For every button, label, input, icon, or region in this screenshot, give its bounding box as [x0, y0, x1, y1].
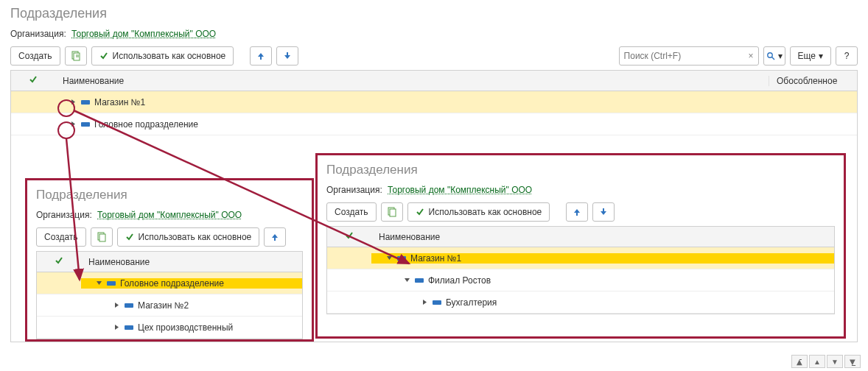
- check-icon: [99, 52, 108, 60]
- row-name-cell: Головное подразделение: [81, 278, 302, 289]
- more-label: Еще: [798, 51, 816, 61]
- arrow-up-icon: [270, 233, 279, 241]
- org-link[interactable]: Торговый дом "Комплексный" ООО: [71, 29, 216, 39]
- row-name-cell: Цех производственный: [81, 322, 302, 333]
- scroll-bottom-button[interactable]: ▼̲: [844, 355, 861, 368]
- create-button[interactable]: Создать: [326, 202, 377, 222]
- folder-icon: [125, 325, 133, 330]
- selection-header[interactable]: [37, 256, 81, 267]
- table-row[interactable]: Магазин №2: [37, 294, 302, 317]
- arrow-up-icon: [256, 52, 265, 60]
- search-input[interactable]: [620, 47, 744, 65]
- tree-toggle[interactable]: [70, 99, 77, 105]
- row-name-cell: Бухгалтерия: [371, 297, 834, 308]
- use-as-main-label: Использовать как основное: [429, 207, 542, 217]
- org-line: Организация: Торговый дом "Комплексный" …: [10, 29, 858, 39]
- create-button[interactable]: Создать: [10, 46, 60, 66]
- panel-a-title: Подразделения: [36, 188, 303, 202]
- name-header[interactable]: Наименование: [371, 232, 834, 242]
- copy-button[interactable]: [91, 227, 113, 247]
- svg-rect-5: [99, 234, 105, 241]
- panel-b-org-line: Организация: Торговый дом "Комплексный" …: [326, 185, 835, 195]
- row-label: Бухгалтерия: [446, 297, 497, 308]
- use-as-main-button[interactable]: Использовать как основное: [407, 202, 550, 222]
- name-header[interactable]: Наименование: [81, 257, 302, 267]
- table-row[interactable]: Цех производственный: [37, 317, 302, 339]
- move-up-button[interactable]: [250, 46, 272, 66]
- name-header[interactable]: Наименование: [55, 76, 769, 86]
- panel-a: Подразделения Организация: Торговый дом …: [25, 178, 314, 342]
- copy-button[interactable]: [65, 46, 87, 66]
- folder-icon: [107, 281, 116, 286]
- tree-toggle[interactable]: [70, 121, 77, 127]
- folder-icon: [81, 122, 90, 127]
- row-label: Магазин №2: [138, 300, 189, 311]
- row-label: Цех производственный: [138, 322, 233, 333]
- move-up-button[interactable]: [566, 202, 588, 222]
- copy-icon: [387, 207, 397, 217]
- arrow-down-icon: [599, 208, 608, 216]
- row-label: Головное подразделение: [120, 278, 224, 289]
- tree-toggle[interactable]: [386, 255, 393, 261]
- folder-icon: [125, 303, 133, 308]
- folder-icon: [397, 256, 406, 261]
- search-input-wrap[interactable]: ×: [619, 46, 759, 66]
- copy-button[interactable]: [381, 202, 403, 222]
- selection-header[interactable]: [327, 231, 371, 242]
- folder-icon: [81, 100, 90, 105]
- org-label: Организация:: [36, 210, 92, 220]
- table-row[interactable]: Головное подразделение: [11, 113, 857, 135]
- tree-toggle[interactable]: [96, 280, 102, 286]
- create-button[interactable]: Создать: [36, 227, 86, 247]
- svg-point-2: [767, 53, 771, 57]
- move-down-button[interactable]: [276, 46, 298, 66]
- org-link[interactable]: Торговый дом "Комплексный" ООО: [388, 185, 532, 195]
- move-down-button[interactable]: [592, 202, 615, 222]
- move-up-button[interactable]: [264, 227, 286, 247]
- panel-b-grid: Наименование Магазин №1Филиал РостовБухг…: [326, 226, 835, 314]
- search-icon: [766, 52, 775, 60]
- org-link[interactable]: Торговый дом "Комплексный" ООО: [97, 210, 242, 220]
- scroll-top-button[interactable]: ▲̄: [791, 355, 808, 368]
- copy-icon: [97, 232, 107, 242]
- scroll-controls: ▲̄ ▲ ▼ ▼̲: [791, 355, 861, 368]
- page-title: Подразделения: [10, 6, 858, 21]
- clear-search-icon[interactable]: ×: [744, 51, 758, 61]
- table-row[interactable]: Магазин №1: [11, 91, 857, 113]
- row-label: Магазин №1: [410, 253, 461, 264]
- org-label: Организация:: [326, 185, 382, 195]
- grid-header: Наименование: [327, 227, 834, 247]
- svg-line-3: [771, 57, 774, 60]
- row-label: Магазин №1: [94, 97, 145, 107]
- scroll-up-button[interactable]: ▲: [809, 355, 825, 368]
- flag-header[interactable]: Обособленное: [769, 76, 857, 86]
- search-options-button[interactable]: ▾: [763, 46, 785, 66]
- row-name-cell: Магазин №1: [371, 253, 834, 264]
- table-row[interactable]: Головное подразделение: [37, 272, 302, 294]
- use-as-main-button[interactable]: Использовать как основное: [117, 227, 260, 247]
- tree-toggle[interactable]: [404, 277, 410, 283]
- scroll-down-button[interactable]: ▼: [827, 355, 843, 368]
- table-row[interactable]: Бухгалтерия: [327, 292, 834, 314]
- panel-b-toolbar: Создать Использовать как основное: [326, 202, 835, 222]
- selection-header[interactable]: [11, 75, 55, 86]
- use-as-main-label: Использовать как основное: [113, 51, 226, 61]
- tree-toggle[interactable]: [113, 302, 120, 308]
- more-button[interactable]: Еще ▾: [790, 46, 831, 66]
- tree-toggle[interactable]: [421, 299, 428, 305]
- grid-header: Наименование Обособленное: [11, 71, 857, 91]
- table-row[interactable]: Филиал Ростов: [327, 269, 834, 292]
- check-icon: [125, 233, 134, 241]
- row-label: Головное подразделение: [94, 119, 198, 130]
- svg-rect-7: [390, 209, 396, 216]
- use-as-main-button[interactable]: Использовать как основное: [91, 46, 234, 66]
- tree-toggle[interactable]: [113, 324, 120, 331]
- grid-header: Наименование: [37, 252, 302, 272]
- table-row[interactable]: Магазин №1: [327, 247, 834, 269]
- row-label: Филиал Ростов: [428, 275, 491, 286]
- org-label: Организация:: [10, 29, 66, 39]
- arrow-down-icon: [283, 52, 292, 60]
- row-name-cell: Магазин №1: [55, 97, 769, 107]
- help-button[interactable]: ?: [836, 46, 858, 66]
- toolbar-main: Создать Использовать как основное × ▾ Ещ…: [10, 46, 858, 66]
